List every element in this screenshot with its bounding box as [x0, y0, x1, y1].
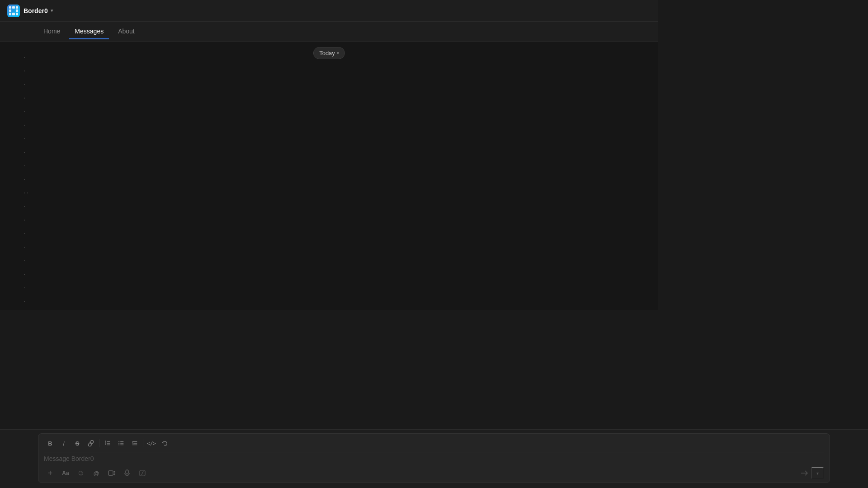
main-content: Today ▾ · · · · · · · · · · ·· · · · · ·… [0, 42, 658, 310]
app-name: Border0 [24, 7, 48, 14]
list-item: · [24, 173, 29, 186]
tab-about[interactable]: About [113, 24, 140, 39]
list-item: · [24, 105, 29, 118]
nav-tabs: Home Messages About [0, 22, 658, 42]
list-item: · [24, 240, 29, 254]
list-item: · [24, 254, 29, 267]
app-logo [7, 5, 20, 17]
list-item: · [24, 213, 29, 227]
today-filter-button[interactable]: Today ▾ [313, 47, 345, 59]
list-item: · [24, 308, 29, 310]
list-item: · [24, 267, 29, 281]
list-item: · [24, 64, 29, 78]
tab-home[interactable]: Home [38, 24, 66, 39]
today-filter-label: Today [319, 50, 335, 56]
title-bar: Border0 ▾ [0, 0, 658, 22]
list-item: · [24, 295, 29, 308]
tab-messages[interactable]: Messages [69, 24, 109, 39]
list-item: · [24, 78, 29, 91]
list-item: · [24, 281, 29, 295]
list-item: · [24, 200, 29, 213]
list-item: · [24, 132, 29, 145]
list-item: ·· [24, 186, 29, 200]
list-item: · [24, 91, 29, 105]
list-item: · [24, 159, 29, 173]
app-chevron-icon[interactable]: ▾ [51, 8, 53, 14]
dot-list: · · · · · · · · · · ·· · · · · · · · · ·… [24, 51, 29, 310]
list-item: · [24, 118, 29, 132]
filter-chevron-icon: ▾ [337, 51, 339, 56]
list-item: · [24, 227, 29, 240]
list-item: · [24, 145, 29, 159]
list-item: · [24, 51, 29, 64]
